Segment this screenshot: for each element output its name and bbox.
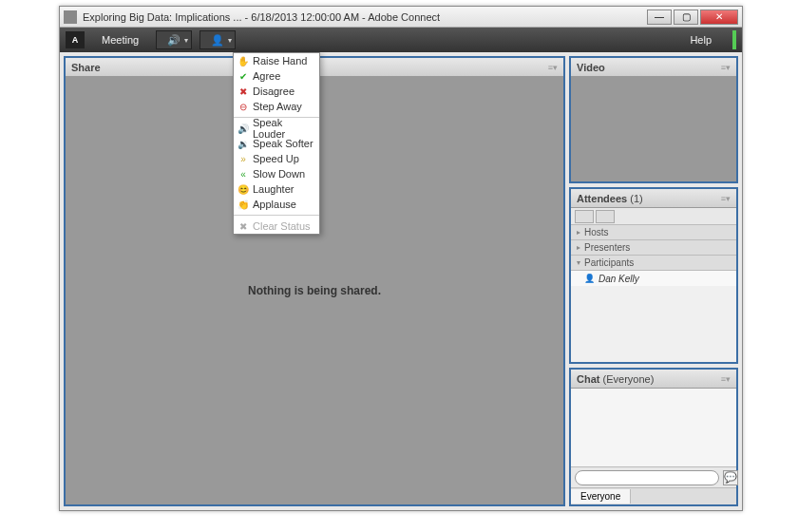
right-column: Video ≡▾ Attendees (1) ≡▾ Hosts Presente… [569,56,738,506]
speak-softer-item[interactable]: 🔉Speak Softer [234,136,319,151]
hosts-section[interactable]: Hosts [571,225,736,240]
laughter-icon: 😊 [238,183,249,195]
step-away-icon: ⊖ [238,101,249,112]
attendee-view-status-button[interactable] [596,210,615,223]
window-controls: — ▢ ✕ [647,10,738,25]
connection-status-icon [732,30,736,49]
raise-hand-icon: ✋ [238,55,249,66]
titlebar: Exploring Big Data: Implications ... - 6… [60,7,742,28]
attendees-header: Attendees (1) ≡▾ [571,189,736,208]
chat-tabs: Everyone [571,487,736,504]
applause-item[interactable]: 👏Applause [234,197,319,212]
window-title: Exploring Big Data: Implications ... - 6… [83,11,647,23]
attendees-pod: Attendees (1) ≡▾ Hosts Presenters Partic… [569,187,738,364]
help-menu[interactable]: Help [680,30,721,49]
clear-status-item: ✖Clear Status [234,218,319,234]
minimize-button[interactable]: — [647,10,672,25]
speed-up-item[interactable]: »Speed Up [234,151,319,166]
close-button[interactable]: ✕ [700,10,738,25]
speak-louder-icon: 🔊 [238,123,249,134]
chat-title: Chat (Everyone) [577,373,721,385]
chat-pod: Chat (Everyone) ≡▾ 💬 Everyone [569,368,738,506]
video-pod: Video ≡▾ [569,56,738,183]
pod-menu-icon[interactable]: ≡▾ [548,63,558,72]
content-area: Share ≡▾ Nothing is being shared. Video … [60,52,742,510]
agree-item[interactable]: ✔Agree [234,68,319,84]
clear-icon: ✖ [238,220,249,232]
attendee-view-list-button[interactable] [575,210,594,223]
disagree-item[interactable]: ✖Disagree [234,84,319,99]
adobe-logo[interactable]: A [66,31,85,48]
video-header: Video ≡▾ [571,58,736,77]
raise-hand-item[interactable]: ✋Raise Hand [234,53,319,68]
attendees-empty-area [571,286,736,362]
attendees-title: Attendees (1) [577,193,721,204]
pod-menu-icon[interactable]: ≡▾ [721,194,731,203]
laughter-item[interactable]: 😊Laughter [234,181,319,197]
chat-header: Chat (Everyone) ≡▾ [571,370,736,389]
speed-up-icon: » [238,153,249,164]
participant-row[interactable]: Dan Kelly [571,271,736,286]
disagree-icon: ✖ [238,86,249,97]
slow-down-item[interactable]: «Slow Down [234,166,319,181]
maximize-button[interactable]: ▢ [674,10,698,25]
applause-icon: 👏 [238,199,249,210]
speak-softer-icon: 🔉 [238,138,249,149]
speaker-button[interactable]: 🔊 [156,30,192,49]
share-empty-message: Nothing is being shared. [66,284,563,297]
slow-down-icon: « [238,168,249,180]
video-title: Video [577,62,721,73]
app-icon [64,10,77,24]
status-button[interactable]: 👤 [200,30,236,49]
menubar: A Meeting 🔊 👤 Help [60,28,742,52]
agree-icon: ✔ [238,70,249,82]
chat-input[interactable] [575,470,719,485]
chat-messages [571,389,736,466]
person-icon: 👤 [211,34,224,47]
video-body [571,77,736,181]
app-window: Exploring Big Data: Implications ... - 6… [59,6,743,511]
step-away-item[interactable]: ⊖Step Away [234,99,319,114]
pod-menu-icon[interactable]: ≡▾ [721,63,731,72]
status-dropdown: ✋Raise Hand ✔Agree ✖Disagree ⊖Step Away … [233,52,320,235]
chat-send-button[interactable]: 💬 [723,470,738,485]
menu-separator [234,215,319,216]
chat-tab-everyone[interactable]: Everyone [571,489,631,504]
chat-bubble-icon: 💬 [724,471,737,484]
pod-menu-icon[interactable]: ≡▾ [721,374,731,384]
participants-section[interactable]: Participants [571,256,736,271]
meeting-menu[interactable]: Meeting [92,30,148,49]
presenters-section[interactable]: Presenters [571,240,736,256]
speaker-icon: 🔊 [167,34,180,47]
attendees-toolbar [571,208,736,225]
chat-input-row: 💬 [571,466,736,487]
speak-louder-item[interactable]: 🔊Speak Louder [234,121,319,136]
